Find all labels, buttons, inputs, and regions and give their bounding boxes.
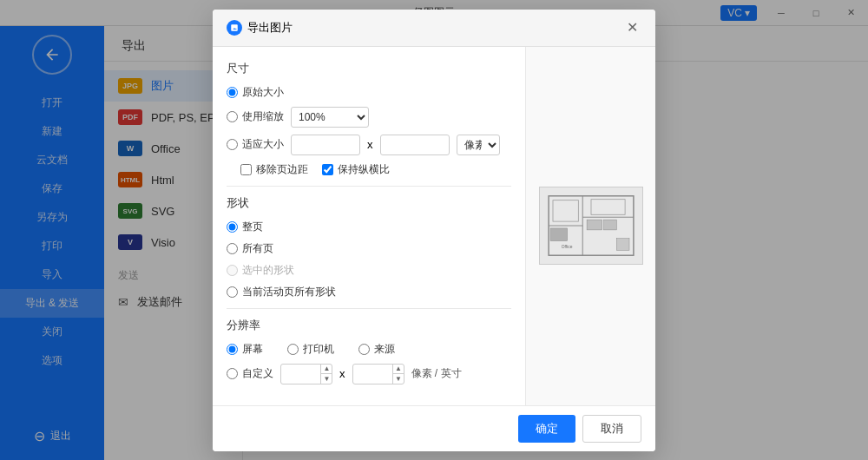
- fit-height-input[interactable]: 793.701: [380, 135, 450, 155]
- custom-x-sep: x: [339, 367, 345, 380]
- modal-close-button[interactable]: ✕: [622, 18, 641, 37]
- export-image-modal: 导出图片 ✕ 尺寸 原始大小 使用缩放: [213, 10, 655, 451]
- divider-2: [227, 308, 511, 309]
- res-printer-label[interactable]: 打印机: [287, 342, 334, 357]
- res-screen-label[interactable]: 屏幕: [227, 342, 263, 357]
- shape-all-label[interactable]: 所有页: [227, 241, 273, 256]
- zoom-select[interactable]: 100% 50% 75% 150% 200%: [291, 107, 369, 128]
- modal-title: 导出图片: [247, 20, 293, 36]
- res-source-radio[interactable]: [358, 344, 370, 355]
- shape-selected-label: 选中的形状: [227, 263, 294, 278]
- modal-form: 尺寸 原始大小 使用缩放 100%: [213, 47, 525, 405]
- modal-body: 尺寸 原始大小 使用缩放 100%: [213, 47, 655, 405]
- size-fit-label[interactable]: 适应大小: [227, 137, 284, 152]
- divider-1: [227, 186, 511, 187]
- shape-all-radio[interactable]: [227, 243, 238, 254]
- custom-res-radio[interactable]: [227, 368, 238, 379]
- modal-footer: 确定 取消: [213, 405, 655, 451]
- preview-image: Office: [539, 187, 643, 265]
- custom-res-label[interactable]: 自定义: [227, 366, 273, 381]
- modal-overlay[interactable]: 导出图片 ✕ 尺寸 原始大小 使用缩放: [0, 0, 868, 460]
- shape-whole-label[interactable]: 整页: [227, 220, 263, 234]
- svg-text:Office: Office: [561, 245, 572, 249]
- resolution-options-row: 屏幕 打印机 来源: [227, 342, 511, 357]
- shape-whole-row: 整页: [227, 220, 511, 234]
- keep-ratio-checkbox[interactable]: [322, 164, 333, 175]
- remove-margin-label[interactable]: 移除页边距: [240, 162, 308, 177]
- cancel-button[interactable]: 取消: [582, 415, 641, 443]
- shape-active-row: 当前活动页所有形状: [227, 285, 511, 299]
- res-screen-radio[interactable]: [227, 344, 238, 355]
- size-fit-row: 适应大小 1122.52 x 793.701 像素: [227, 135, 511, 155]
- svg-rect-11: [616, 239, 629, 251]
- size-original-radio[interactable]: [227, 87, 238, 98]
- spin-y-btn: ▲ ▼: [392, 364, 404, 384]
- size-fit-radio[interactable]: [227, 139, 238, 150]
- spin-x-up[interactable]: ▲: [320, 364, 332, 374]
- size-zoom-row: 使用缩放 100% 50% 75% 150% 200%: [227, 107, 511, 128]
- remove-margin-checkbox[interactable]: [240, 164, 252, 175]
- shape-section-title: 形状: [227, 195, 511, 211]
- size-section-title: 尺寸: [227, 61, 511, 76]
- res-printer-radio[interactable]: [287, 344, 299, 355]
- modal-icon: [227, 20, 242, 36]
- shape-selected-radio: [227, 265, 238, 276]
- svg-rect-5: [587, 220, 602, 230]
- modal-preview: Office: [525, 47, 655, 405]
- spin-y-down[interactable]: ▼: [392, 374, 404, 384]
- size-original-row: 原始大小: [227, 85, 511, 100]
- fit-width-input[interactable]: 1122.52: [291, 135, 360, 155]
- zoom-select-wrap: 100% 50% 75% 150% 200%: [291, 107, 369, 128]
- shape-selected-row: 选中的形状: [227, 263, 511, 278]
- keep-ratio-label[interactable]: 保持纵横比: [322, 162, 390, 177]
- modal-header: 导出图片 ✕: [213, 10, 655, 47]
- svg-rect-7: [550, 228, 568, 241]
- custom-resolution-row: 自定义 96 ▲ ▼ x 96 ▲ ▼: [227, 364, 511, 384]
- shape-whole-radio[interactable]: [227, 221, 238, 233]
- res-source-label[interactable]: 来源: [358, 342, 395, 357]
- spin-x-down[interactable]: ▼: [320, 374, 332, 384]
- resolution-section-title: 分辨率: [227, 318, 511, 333]
- custom-unit-label: 像素 / 英寸: [411, 366, 462, 381]
- size-zoom-radio[interactable]: [227, 111, 238, 122]
- shape-active-radio[interactable]: [227, 286, 238, 298]
- svg-rect-6: [603, 220, 616, 230]
- size-original-label[interactable]: 原始大小: [227, 85, 284, 100]
- spin-y-up[interactable]: ▲: [392, 364, 404, 374]
- size-zoom-label[interactable]: 使用缩放: [227, 109, 284, 124]
- custom-y-wrap: 96 ▲ ▼: [352, 364, 404, 384]
- shape-active-label[interactable]: 当前活动页所有形状: [227, 285, 336, 299]
- margin-ratio-row: 移除页边距 保持纵横比: [240, 162, 511, 177]
- custom-x-wrap: 96 ▲ ▼: [280, 364, 332, 384]
- spin-x-btn: ▲ ▼: [320, 364, 332, 384]
- fit-x-label: x: [367, 138, 373, 151]
- shape-all-row: 所有页: [227, 241, 511, 256]
- confirm-button[interactable]: 确定: [518, 415, 575, 443]
- fit-unit-select[interactable]: 像素: [457, 135, 500, 155]
